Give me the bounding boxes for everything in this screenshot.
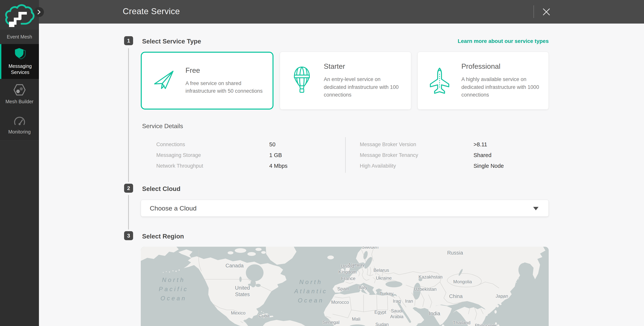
- country-label: China: [449, 293, 463, 300]
- detail-row: Network Throughput 4 Mbps: [156, 161, 288, 171]
- region-map[interactable]: North Pacific OceanNorth Atlantic OceanR…: [141, 247, 549, 326]
- cloud-select-value: Choose a Cloud: [150, 205, 196, 212]
- close-button[interactable]: [542, 7, 551, 17]
- country-label: United States: [235, 285, 250, 298]
- close-icon: [542, 7, 551, 17]
- step-connector: [128, 48, 129, 182]
- country-label: Iran: [405, 298, 413, 304]
- ocean-label: North Pacific Ocean: [159, 275, 188, 303]
- step-connector: [128, 195, 129, 229]
- step-3-badge: 3: [124, 231, 133, 240]
- country-label: Senegal: [322, 320, 340, 325]
- country-label: Belarus: [374, 267, 389, 273]
- country-label: Iraq: [393, 298, 401, 304]
- service-type-name: Free: [186, 66, 265, 74]
- ocean-label: North Atlantic Ocean: [294, 278, 328, 305]
- service-type-card-free[interactable]: Free A free service on shared infrastruc…: [141, 52, 274, 110]
- paper-plane-icon: [153, 70, 174, 91]
- country-label: Kazakhstan: [418, 274, 442, 280]
- country-label: Japan: [496, 293, 508, 299]
- country-label: Italy: [359, 285, 367, 290]
- sidebar-item-label: Monitoring: [8, 129, 31, 135]
- create-service-screen: Create Service Event Mesh Mess: [0, 0, 644, 326]
- country-label: France: [341, 276, 356, 281]
- country-label: Russia: [447, 250, 463, 256]
- caret-down-icon: [533, 207, 538, 210]
- chevron-right-icon: [37, 9, 41, 15]
- country-label: Sudan: [375, 322, 388, 326]
- sidebar: Event Mesh Messaging Services Mesh Build…: [0, 0, 39, 326]
- sidebar-footer: ?: [0, 140, 39, 326]
- step-2-title: Select Cloud: [142, 185, 180, 192]
- map-labels-layer: North Pacific OceanNorth Atlantic OceanR…: [141, 247, 549, 326]
- country-label: Thailand: [453, 320, 470, 326]
- step-3-title: Select Region: [142, 233, 184, 240]
- country-label: Egypt: [374, 309, 386, 315]
- country-label: Spain: [337, 286, 349, 292]
- country-label: Mongolia: [453, 279, 472, 285]
- service-type-description: A highly available service on dedicated …: [462, 75, 541, 99]
- hot-air-balloon-icon: [293, 66, 311, 95]
- country-label: Saudi Arabia: [390, 308, 403, 320]
- cloud-select[interactable]: Choose a Cloud: [141, 200, 549, 217]
- sidebar-item-monitoring[interactable]: Monitoring: [0, 110, 39, 140]
- product-logo[interactable]: [0, 0, 39, 30]
- service-details-right-column: Message Broker Version >8.11 Message Bro…: [360, 139, 504, 171]
- country-label: Mexico: [231, 310, 246, 316]
- hexagon-icon: [13, 84, 26, 96]
- country-label: Morocco: [331, 299, 349, 305]
- page-title: Create Service: [123, 6, 180, 16]
- learn-more-link[interactable]: Learn more about our service types: [458, 38, 549, 44]
- country-label: Cuba: [258, 313, 270, 319]
- sidebar-item-label: Mesh Builder: [6, 98, 34, 105]
- country-label: Canada: [226, 263, 244, 269]
- service-details-left-column: Connections 50 Messaging Storage 1 GB Ne…: [156, 139, 288, 171]
- service-type-name: Professional: [462, 62, 541, 70]
- header: Create Service: [39, 0, 644, 23]
- service-type-cards: Free A free service on shared infrastruc…: [141, 52, 549, 110]
- gauge-icon: [13, 115, 26, 126]
- detail-row: Messaging Storage 1 GB: [156, 150, 288, 161]
- detail-row: High Availability Single Node: [360, 161, 504, 171]
- country-label: India: [429, 311, 440, 317]
- detail-row: Message Broker Version >8.11: [360, 139, 504, 150]
- sidebar-item-messaging-services[interactable]: Messaging Services: [0, 44, 39, 79]
- detail-row: Connections 50: [156, 139, 288, 150]
- country-label: Norway: [349, 262, 364, 268]
- country-label: Ukraine: [376, 275, 392, 281]
- service-type-description: A free service on shared infrastructure …: [186, 79, 265, 95]
- step-2-badge: 2: [124, 184, 133, 193]
- step-1-title: Select Service Type: [142, 38, 201, 45]
- sidebar-item-event-mesh[interactable]: Event Mesh: [0, 30, 39, 44]
- country-label: Uzbekistan: [414, 286, 437, 292]
- service-details-title: Service Details: [142, 123, 183, 130]
- sidebar-item-label: Messaging Services: [6, 63, 34, 75]
- country-label: Philippines: [475, 323, 497, 326]
- sidebar-item-mesh-builder[interactable]: Mesh Builder: [0, 79, 39, 110]
- details-column-divider: [345, 137, 346, 173]
- airplane-icon: [428, 67, 451, 94]
- shield-icon: [14, 48, 26, 60]
- sidebar-expand-button[interactable]: [34, 7, 44, 17]
- cloud-logo-icon: [0, 0, 39, 30]
- country-label: Turkey: [380, 291, 393, 297]
- country-label: Sweden: [362, 247, 378, 250]
- service-type-description: An entry-level service on dedicated infr…: [324, 75, 403, 99]
- country-label: Mali: [352, 316, 360, 322]
- header-divider: [534, 5, 534, 18]
- sidebar-item-label: Event Mesh: [7, 34, 32, 40]
- service-type-name: Starter: [324, 62, 403, 70]
- detail-row: Message Broker Tenancy Shared: [360, 150, 504, 161]
- service-type-card-starter[interactable]: Starter An entry-level service on dedica…: [280, 52, 411, 110]
- country-label: United Kingdom: [338, 263, 357, 275]
- step-1-badge: 1: [124, 36, 133, 45]
- service-type-card-professional[interactable]: Professional A highly available service …: [418, 52, 549, 110]
